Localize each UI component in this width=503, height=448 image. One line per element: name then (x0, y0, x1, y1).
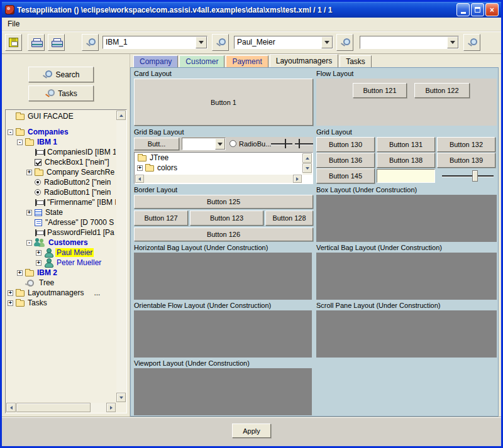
tree-expand-toggle[interactable]: + (8, 290, 13, 296)
tree-item[interactable]: RadioButton1 ["nein (6, 187, 116, 197)
company-combobox[interactable]: IBM_1 (102, 36, 207, 49)
tree-item[interactable]: "Adresse" [D 7000 S (6, 217, 116, 227)
scroll-right-button[interactable] (293, 175, 302, 183)
button-127[interactable]: Button 127 (134, 210, 188, 226)
tree-item[interactable]: +Paul Meier (6, 248, 116, 258)
tree-item[interactable]: + colors (135, 163, 312, 173)
jtree-horizontal-scrollbar[interactable] (135, 175, 302, 183)
tree-item[interactable]: +Tasks (6, 298, 116, 308)
scroll-down-button[interactable] (116, 393, 126, 402)
slider-thumb[interactable] (299, 139, 300, 148)
button-123[interactable]: Button 123 (190, 210, 263, 226)
tree-item[interactable]: "Firmenname" [IBM I (6, 197, 116, 207)
grid-slider[interactable] (442, 170, 494, 182)
tree-item-label: Peter Mueller (55, 258, 102, 267)
title-bar[interactable]: Testapplikation () \eclipse\workspace\co… (2, 2, 501, 18)
folder-icon (138, 155, 146, 161)
print-button-2[interactable] (48, 34, 65, 51)
button-136[interactable]: Button 136 (316, 153, 375, 168)
scroll-down-button[interactable] (302, 163, 312, 173)
tree-expand-toggle[interactable]: - (17, 139, 23, 145)
customer-combobox-dropdown[interactable] (321, 36, 333, 48)
tree-expand-toggle[interactable]: + (137, 165, 143, 171)
tree-expand-toggle[interactable]: + (36, 250, 41, 256)
tree-item[interactable]: Tree (6, 278, 116, 288)
search-button-4[interactable] (463, 34, 480, 51)
apply-button[interactable]: Apply (232, 423, 271, 438)
tree-item[interactable]: +Peter Mueller (6, 258, 116, 268)
tree-expand-toggle[interactable]: + (8, 300, 13, 306)
button-126[interactable]: Button 126 (134, 227, 313, 241)
button-132[interactable]: Button 132 (437, 137, 495, 152)
button-128[interactable]: Button 128 (265, 210, 313, 226)
print-button-1[interactable] (28, 34, 45, 51)
tree-item[interactable]: RadioButton2 ["nein (6, 177, 116, 187)
maximize-button[interactable] (471, 3, 484, 16)
button-145[interactable]: Button 145 (316, 168, 375, 183)
tree-item[interactable]: +IBM 2 (6, 268, 116, 278)
sidebar-search-button[interactable]: Search (28, 67, 94, 82)
tab-layoutmanagers[interactable]: Layoutmanagers (270, 54, 338, 67)
tree-item[interactable]: -Customers (6, 238, 116, 248)
gridbag-slider-2[interactable] (295, 138, 313, 149)
tree-expand-toggle[interactable]: + (26, 210, 32, 216)
search-button-2[interactable] (212, 34, 229, 51)
scroll-left-button[interactable] (135, 175, 144, 183)
gridbag-slider-1[interactable] (271, 138, 292, 149)
button-1[interactable]: Button 1 (134, 79, 313, 126)
tree-item[interactable]: +Layoutmanagers... (6, 288, 116, 298)
gridbag-radio-button[interactable] (229, 140, 236, 147)
slider-thumb[interactable] (285, 139, 286, 148)
tree-item[interactable]: -Companies (6, 127, 116, 137)
scroll-up-button[interactable] (302, 153, 312, 163)
grid-textfield[interactable] (377, 169, 435, 183)
tab-customer[interactable]: Customer (179, 55, 224, 67)
tree-expand-toggle[interactable]: - (26, 240, 32, 246)
button-122[interactable]: Button 122 (414, 83, 470, 98)
tab-company[interactable]: Company (133, 55, 178, 67)
button-139[interactable]: Button 139 (437, 153, 495, 168)
scroll-right-button[interactable] (106, 403, 116, 412)
scroll-up-button[interactable] (116, 111, 126, 120)
scrollbar-thumb[interactable] (16, 403, 91, 412)
empty-combobox-dropdown[interactable] (447, 36, 458, 48)
menu-file[interactable]: File (2, 18, 25, 30)
minimize-button[interactable] (456, 3, 470, 16)
jtree-vertical-scrollbar[interactable] (302, 153, 312, 175)
gridbag-combobox-dropdown[interactable] (215, 138, 225, 150)
tree-item[interactable]: JTree (135, 153, 312, 163)
tree-expand-toggle[interactable]: - (8, 129, 13, 135)
tab-payment[interactable]: Payment (226, 55, 268, 67)
button-138[interactable]: Button 138 (377, 153, 435, 168)
save-button[interactable] (5, 34, 22, 51)
tree-item[interactable]: PasswordField1 [Pa (6, 227, 116, 238)
tree-item[interactable]: CheckBox1 ["nein"] (6, 157, 116, 167)
slider-thumb[interactable] (472, 170, 478, 182)
scroll-left-button[interactable] (6, 403, 16, 412)
tree-item[interactable]: +Company SearchRe (6, 167, 116, 177)
search-button-3[interactable] (336, 34, 353, 51)
tree-item[interactable]: CompaniesID [IBM 1 (6, 147, 116, 157)
tree-item[interactable]: +State (6, 207, 116, 217)
empty-combobox[interactable] (360, 36, 459, 49)
gridbag-button[interactable]: Butt... (134, 138, 179, 150)
company-combobox-dropdown[interactable] (196, 36, 207, 48)
tree-item[interactable]: -IBM 1 (6, 137, 116, 147)
tree-expand-toggle[interactable]: + (36, 260, 41, 266)
tree-vertical-scrollbar[interactable] (116, 111, 126, 402)
tree-expand-toggle[interactable]: + (17, 270, 23, 276)
button-125[interactable]: Button 125 (134, 195, 313, 209)
button-131[interactable]: Button 131 (377, 137, 435, 152)
tree-expand-toggle[interactable]: + (26, 170, 32, 175)
button-130[interactable]: Button 130 (316, 137, 375, 152)
close-button[interactable]: × (485, 3, 499, 16)
sidebar-tasks-button[interactable]: Tasks (28, 85, 94, 101)
button-121[interactable]: Button 121 (353, 83, 407, 98)
gridbag-combobox[interactable] (182, 138, 226, 150)
folder-icon (25, 139, 34, 146)
tree-horizontal-scrollbar[interactable] (6, 403, 116, 412)
search-button-1[interactable] (82, 34, 99, 51)
tree-item[interactable]: GUI FACADE (6, 111, 116, 121)
tab-tasks[interactable]: Tasks (340, 55, 372, 67)
customer-combobox[interactable]: Paul_Meier (234, 36, 333, 49)
